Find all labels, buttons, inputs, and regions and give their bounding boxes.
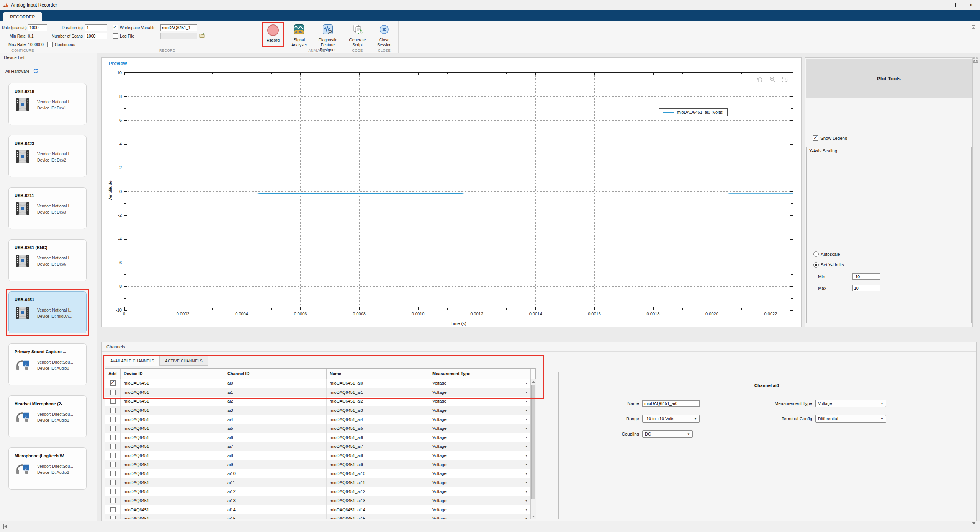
measurement-type-cell[interactable]: Voltage▼	[429, 424, 531, 433]
table-row[interactable]: mioDAQ6451ai14mioDAQ6451_ai14Voltage▼	[105, 505, 535, 514]
generate-script-button[interactable]: Generate Script	[347, 24, 368, 47]
table-row[interactable]: mioDAQ6451ai10mioDAQ6451_ai10Voltage▼	[105, 469, 535, 478]
terminal-config-select[interactable]: Differential ▼	[815, 415, 886, 423]
zoom-in-icon[interactable]	[769, 76, 775, 84]
row-checkbox[interactable]	[110, 480, 116, 485]
record-button[interactable]: Record	[263, 24, 283, 47]
measurement-type-select[interactable]: Voltage ▼	[815, 400, 886, 407]
table-row[interactable]: mioDAQ6451ai12mioDAQ6451_ai12Voltage▼	[105, 487, 535, 496]
plot-area[interactable]: mioDAQ6451_ai0 (Volts) 00.00020.00040.00…	[124, 72, 793, 310]
collapse-toolstrip-button[interactable]	[970, 25, 977, 30]
autoscale-radio[interactable]	[813, 251, 819, 257]
device-card-usb-6211[interactable]: USB-6211 Vendor: National I...Device ID:…	[8, 187, 87, 229]
row-checkbox[interactable]	[110, 426, 116, 431]
row-checkbox[interactable]	[110, 390, 116, 395]
device-card-headset-microphone-2-[interactable]: Headset Microphone (2- ... ♪ Vendor: Dir…	[8, 395, 87, 437]
ymin-input[interactable]	[852, 273, 880, 280]
row-checkbox[interactable]	[110, 417, 116, 422]
table-row[interactable]: mioDAQ6451ai1mioDAQ6451_ai1Voltage▼	[105, 388, 535, 397]
measurement-type-cell[interactable]: Voltage▼	[429, 388, 531, 397]
table-scrollbar[interactable]	[530, 379, 536, 519]
add-cell	[105, 424, 121, 433]
row-checkbox[interactable]	[110, 435, 116, 440]
row-checkbox[interactable]	[110, 444, 116, 449]
set-ylimits-radio[interactable]	[813, 262, 819, 268]
measurement-type-cell[interactable]: Voltage▼	[429, 433, 531, 442]
row-checkbox[interactable]	[110, 380, 116, 386]
plot-legend[interactable]: mioDAQ6451_ai0 (Volts)	[659, 108, 728, 116]
table-row[interactable]: mioDAQ6451ai2mioDAQ6451_ai2Voltage▼	[105, 397, 535, 406]
table-row[interactable]: mioDAQ6451ai11mioDAQ6451_ai11Voltage▼	[105, 478, 535, 488]
table-row[interactable]: mioDAQ6451ai0mioDAQ6451_ai0Voltage▼	[105, 379, 535, 388]
tab-available-channels[interactable]: AVAILABLE CHANNELS	[105, 356, 160, 366]
table-row[interactable]: mioDAQ6451ai3mioDAQ6451_ai3Voltage▼	[105, 406, 535, 415]
measurement-type-cell[interactable]: Voltage▼	[429, 397, 531, 406]
tab-recorder[interactable]: RECORDER	[3, 12, 42, 21]
tab-active-channels[interactable]: ACTIVE CHANNELS	[160, 356, 208, 366]
fit-view-icon[interactable]	[782, 76, 788, 84]
measurement-type-cell[interactable]: Voltage▼	[429, 415, 531, 424]
table-row[interactable]: mioDAQ6451ai15mioDAQ6451_ai15Voltage▼	[105, 514, 535, 519]
continuous-checkbox[interactable]	[47, 42, 53, 47]
table-row[interactable]: mioDAQ6451ai13mioDAQ6451_ai13Voltage▼	[105, 496, 535, 506]
ymax-input[interactable]	[852, 285, 880, 291]
workspace-variable-input[interactable]	[160, 24, 197, 31]
collapse-left-panel-icon[interactable]	[3, 524, 7, 529]
table-row[interactable]: mioDAQ6451ai4mioDAQ6451_ai4Voltage▼	[105, 415, 535, 424]
measurement-type-cell[interactable]: Voltage▼	[429, 451, 531, 460]
table-row[interactable]: mioDAQ6451ai7mioDAQ6451_ai7Voltage▼	[105, 442, 535, 451]
scrollbar-thumb[interactable]	[531, 385, 535, 499]
measurement-type-cell[interactable]: Voltage▼	[429, 460, 531, 469]
rate-input[interactable]	[28, 24, 47, 31]
show-legend-checkbox[interactable]	[813, 135, 818, 141]
number-of-scans-input[interactable]	[85, 33, 107, 39]
row-checkbox[interactable]	[110, 489, 116, 494]
minimize-button[interactable]	[927, 0, 945, 10]
device-card-microphone-logitech-w-[interactable]: Microphone (Logitech W... ♪ Vendor: Dire…	[8, 447, 87, 490]
measurement-type-cell[interactable]: Voltage▼	[429, 442, 531, 451]
refresh-icon[interactable]	[33, 68, 39, 75]
table-row[interactable]: mioDAQ6451ai8mioDAQ6451_ai8Voltage▼	[105, 451, 535, 460]
restore-button[interactable]	[945, 0, 962, 10]
log-file-checkbox[interactable]	[113, 33, 118, 39]
row-checkbox[interactable]	[110, 516, 116, 519]
scroll-down-icon[interactable]	[531, 514, 536, 519]
close-session-button[interactable]: Close Session	[375, 24, 394, 47]
channel-name-input[interactable]	[642, 400, 700, 407]
collapse-bottom-panel-icon[interactable]	[972, 524, 976, 531]
device-card-usb-6218[interactable]: USB-6218 Vendor: National I...Device ID:…	[8, 83, 87, 125]
row-checkbox[interactable]	[110, 507, 116, 512]
device-card-usb-6423[interactable]: USB-6423 Vendor: National I...Device ID:…	[8, 135, 87, 177]
scroll-up-icon[interactable]	[531, 379, 536, 384]
device-card-primary-sound-capture-[interactable]: Primary Sound Capture ... ♪ Vendor: Dire…	[8, 343, 87, 385]
table-row[interactable]: mioDAQ6451ai6mioDAQ6451_ai6Voltage▼	[105, 433, 535, 442]
signal-analyzer-button[interactable]: Signal Analyzer	[289, 24, 309, 47]
pan-icon[interactable]	[756, 76, 763, 84]
measurement-type-cell[interactable]: Voltage▼	[429, 496, 531, 505]
table-row[interactable]: mioDAQ6451ai5mioDAQ6451_ai5Voltage▼	[105, 424, 535, 433]
browse-folder-icon[interactable]	[199, 33, 205, 39]
measurement-type-cell[interactable]: Voltage▼	[429, 469, 531, 478]
measurement-type-cell[interactable]: Voltage▼	[429, 379, 531, 388]
measurement-type-cell[interactable]: Voltage▼	[429, 514, 531, 519]
workspace-variable-checkbox[interactable]	[113, 25, 118, 30]
device-card-usb-6361-bnc-[interactable]: USB-6361 (BNC) Vendor: National I...Devi…	[8, 239, 87, 281]
measurement-type-cell[interactable]: Voltage▼	[429, 487, 531, 496]
measurement-type-cell[interactable]: Voltage▼	[429, 478, 531, 487]
measurement-type-cell[interactable]: Voltage▼	[429, 406, 531, 415]
device-card-usb-6451[interactable]: USB-6451 Vendor: National I...Device ID:…	[8, 291, 87, 333]
diagnostic-feature-designer-button[interactable]: Diagnostic Feature Designer	[311, 24, 345, 47]
row-checkbox[interactable]	[110, 498, 116, 503]
channel-range-select[interactable]: -10 to +10 Volts ▼	[642, 415, 700, 423]
row-checkbox[interactable]	[110, 408, 116, 413]
row-checkbox[interactable]	[110, 398, 116, 404]
row-checkbox[interactable]	[110, 471, 116, 476]
close-button[interactable]: ×	[962, 0, 980, 10]
panel-expand-icon[interactable]	[972, 57, 978, 63]
duration-input[interactable]	[85, 24, 107, 31]
channel-coupling-select[interactable]: DC ▼	[642, 430, 693, 438]
row-checkbox[interactable]	[110, 462, 116, 467]
measurement-type-cell[interactable]: Voltage▼	[429, 505, 531, 514]
row-checkbox[interactable]	[110, 453, 116, 458]
table-row[interactable]: mioDAQ6451ai9mioDAQ6451_ai9Voltage▼	[105, 460, 535, 469]
